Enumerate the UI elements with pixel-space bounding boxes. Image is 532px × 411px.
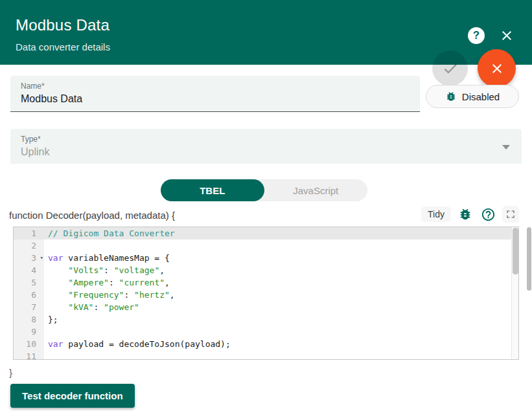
code-text: var variableNamesMap = { <box>44 252 518 264</box>
decoder-function-signature: function Decoder(payload, metadata) { <box>9 210 175 221</box>
line-number: 8 <box>14 313 44 326</box>
script-lang-toggle: TBEL JavaScript <box>161 179 367 201</box>
type-select[interactable]: Type* Uplink <box>10 129 522 164</box>
code-line: 8}; <box>14 313 518 326</box>
code-text: "Frequency": "hertz", <box>44 289 518 301</box>
fold-arrow-icon[interactable]: ▾ <box>40 252 43 264</box>
code-text: }; <box>44 313 518 326</box>
name-field-value: Modbus Data <box>21 93 82 105</box>
page-scrollbar-thumb[interactable] <box>527 227 531 291</box>
line-number: 6 <box>14 289 44 301</box>
code-text: "kVA": "power" <box>44 301 518 313</box>
line-number: 11 <box>14 350 44 360</box>
debug-disabled-chip[interactable]: Disabled <box>426 85 519 108</box>
code-editor[interactable]: 1// Digicom Data Converter23▾var variabl… <box>13 227 519 360</box>
line-number: 1 <box>14 227 44 239</box>
line-number: 3▾ <box>14 252 44 264</box>
fullscreen-icon <box>504 208 517 221</box>
name-field-label: Name* <box>21 82 45 91</box>
apply-changes-fab[interactable] <box>432 50 468 86</box>
code-line: 9 <box>14 326 518 338</box>
help-button[interactable]: ? <box>468 27 485 44</box>
code-text: "Volts": "voltage", <box>44 264 518 276</box>
close-icon <box>489 61 505 76</box>
type-field-label: Type* <box>21 135 41 144</box>
tidy-button[interactable]: Tidy <box>421 206 451 222</box>
debug-chip-label: Disabled <box>462 91 500 102</box>
line-number: 10 <box>14 338 44 350</box>
editor-scrollbar <box>511 227 518 360</box>
code-line: 1// Digicom Data Converter <box>14 227 518 239</box>
help-circle-icon <box>481 207 496 222</box>
data-converter-dialog: Modbus Data Data converter details ? Nam… <box>0 0 532 411</box>
decoder-closing-brace: } <box>9 367 12 378</box>
code-text: var payload = decodeToJson(payload); <box>44 338 518 350</box>
toggle-option-tbel[interactable]: TBEL <box>161 179 264 201</box>
code-text <box>44 350 518 360</box>
code-lines: 1// Digicom Data Converter23▾var variabl… <box>14 227 518 360</box>
line-number: 2 <box>14 239 44 252</box>
code-text <box>44 239 518 252</box>
page-title: Modbus Data <box>16 16 110 34</box>
code-line: 11 <box>14 350 518 360</box>
code-line: 2 <box>14 239 518 252</box>
debug-button[interactable] <box>457 206 474 223</box>
bug-icon <box>445 91 457 102</box>
toggle-option-javascript[interactable]: JavaScript <box>264 179 368 201</box>
close-dialog-button[interactable] <box>499 28 515 43</box>
page-subtitle: Data converter details <box>16 41 110 52</box>
code-line: 4 "Volts": "voltage", <box>14 264 518 276</box>
code-line: 10var payload = decodeToJson(payload); <box>14 338 518 350</box>
code-text: "Ampere": "current", <box>44 276 518 289</box>
line-number: 4 <box>14 264 44 276</box>
type-field-value: Uplink <box>21 146 49 158</box>
code-line: 5 "Ampere": "current", <box>14 276 518 289</box>
name-field[interactable]: Name* Modbus Data <box>10 76 420 112</box>
code-line: 3▾var variableNamesMap = { <box>14 252 518 264</box>
code-text <box>44 326 518 338</box>
close-icon <box>499 28 515 43</box>
editor-scrollbar-thumb[interactable] <box>513 228 518 274</box>
line-number: 5 <box>14 276 44 289</box>
check-icon <box>442 60 459 77</box>
line-number: 7 <box>14 301 44 313</box>
code-text: // Digicom Data Converter <box>44 227 518 239</box>
editor-toolbar: Tidy <box>421 206 519 223</box>
cancel-changes-fab[interactable] <box>478 49 516 87</box>
bug-icon <box>458 207 472 221</box>
code-line: 6 "Frequency": "hertz", <box>14 289 518 301</box>
help-icon: ? <box>473 29 480 42</box>
code-line: 7 "kVA": "power" <box>14 301 518 313</box>
test-decoder-button[interactable]: Test decoder function <box>10 384 135 408</box>
editor-help-button[interactable] <box>480 206 496 223</box>
line-number: 9 <box>14 326 44 338</box>
fullscreen-button[interactable] <box>502 206 519 223</box>
chevron-down-icon <box>502 145 510 150</box>
